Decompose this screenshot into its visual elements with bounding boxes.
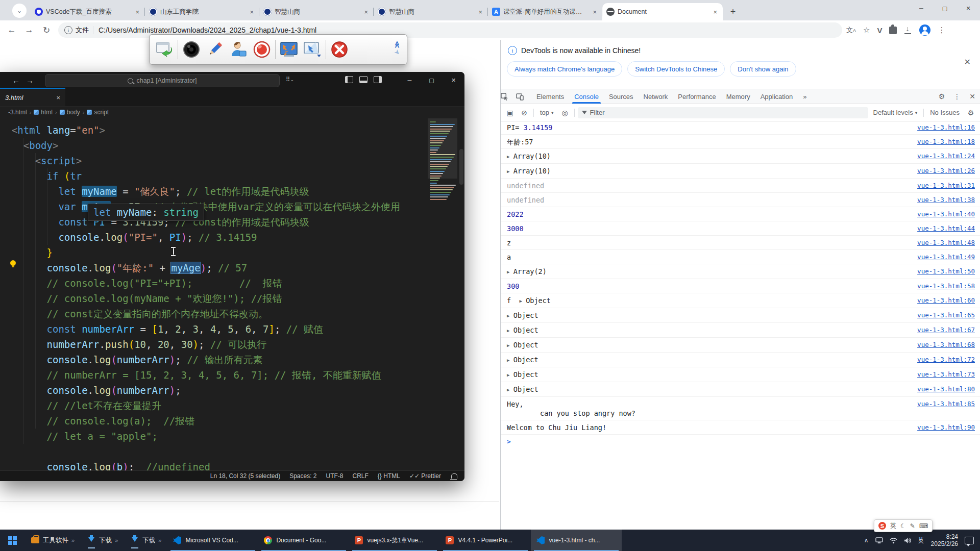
taskbar-app-button[interactable]: PV4.4.1 - PowerPoi... <box>440 530 531 551</box>
extensions-puzzle-icon[interactable] <box>889 27 897 34</box>
code-line[interactable]: // console.log(myName + "欢迎您!"); //报错 <box>0 291 400 306</box>
capture-window-icon[interactable] <box>153 38 176 61</box>
console-row[interactable]: ▶ Array(2)vue-1-3.html:50 <box>501 264 980 279</box>
display-tray-icon[interactable] <box>875 537 883 544</box>
tab-close-icon[interactable]: × <box>477 8 484 16</box>
taskbar-app-button[interactable]: vue-1-3.html - ch... <box>531 530 622 551</box>
tab-close-icon[interactable]: × <box>248 8 255 16</box>
back-button[interactable]: ← <box>3 25 20 35</box>
toggle-secondary-sidebar-icon[interactable] <box>374 76 382 83</box>
console-source-link[interactable]: vue-1-3.html:40 <box>917 210 975 219</box>
editor-tab[interactable]: 3.html × <box>0 88 65 106</box>
console-source-link[interactable]: vue-1-3.html:18 <box>917 137 975 146</box>
browser-tab[interactable]: 智慧山商× <box>259 3 374 20</box>
console-source-link[interactable]: vue-1-3.html:68 <box>917 340 975 349</box>
network-tray-icon[interactable] <box>890 537 897 544</box>
console-filter-input[interactable]: Filter <box>578 107 868 118</box>
chrome-menu-icon[interactable]: ⋮ <box>938 26 945 35</box>
toolbar-overflow-icon[interactable]: » <box>115 537 118 543</box>
taskbar-app-button[interactable]: Microsoft VS Cod... <box>167 530 258 551</box>
console-row[interactable]: ▶ Array(10)vue-1-3.html:26 <box>501 164 980 179</box>
status-item[interactable]: UTF-8 <box>326 472 344 480</box>
minimize-button[interactable]: ─ <box>910 0 933 16</box>
webcam-person-icon[interactable] <box>227 38 250 61</box>
code-line[interactable]: numberArr.push(10, 20, 30); // 可以执行 <box>0 337 400 352</box>
notifications-bell-icon[interactable] <box>451 473 457 479</box>
code-line[interactable]: // //let不存在变量提升 <box>0 398 400 413</box>
code-line[interactable]: // numberArr = [15, 2, 3, 4, 5, 6, 7]; /… <box>0 367 400 383</box>
tab-close-icon[interactable]: × <box>134 8 141 16</box>
status-item[interactable]: ✓✓ Prettier <box>409 472 441 480</box>
breadcrumb-item[interactable]: body <box>60 109 80 116</box>
code-line[interactable]: <body> <box>0 138 400 153</box>
tab-search-button[interactable]: ⌄ <box>12 4 27 18</box>
devtools-tab-performance[interactable]: Performance <box>673 89 721 104</box>
toggle-sidebar-icon[interactable] <box>345 76 353 83</box>
reload-button[interactable]: ↻ <box>38 25 55 36</box>
devtools-tab-elements[interactable]: Elements <box>531 89 569 104</box>
browser-tab[interactable]: 山东工商学院× <box>145 3 259 20</box>
editor-scrollbar[interactable] <box>459 149 463 185</box>
console-prompt[interactable]: > <box>501 435 980 445</box>
vscode-close-button[interactable]: ✕ <box>443 72 464 88</box>
vscode-forward-icon[interactable]: → <box>23 76 37 85</box>
console-source-link[interactable]: vue-1-3.html:90 <box>917 423 975 432</box>
code-line[interactable] <box>0 444 400 459</box>
console-row[interactable]: undefinedvue-1-3.html:31 <box>501 179 980 193</box>
devtools-tab-network[interactable]: Network <box>639 89 673 104</box>
console-row[interactable]: ▶ Objectvue-1-3.html:65 <box>501 308 980 323</box>
console-row[interactable]: 年龄:57vue-1-3.html:18 <box>501 135 980 149</box>
console-sidebar-icon[interactable]: ▣ <box>504 109 516 117</box>
console-source-link[interactable]: vue-1-3.html:67 <box>917 325 975 335</box>
devtools-tab-sources[interactable]: Sources <box>604 89 639 104</box>
console-row[interactable]: undefinedvue-1-3.html:38 <box>501 193 980 207</box>
translate-icon[interactable]: 文A <box>846 26 856 35</box>
console-row[interactable]: PI= 3.14159vue-1-3.html:16 <box>501 120 980 135</box>
issues-counter[interactable]: No Issues <box>927 109 963 116</box>
new-tab-button[interactable]: ＋ <box>726 4 740 18</box>
console-source-link[interactable]: vue-1-3.html:73 <box>917 370 975 379</box>
region-icon[interactable] <box>301 38 324 61</box>
page-info-icon[interactable]: i <box>64 26 72 34</box>
code-line[interactable]: console.log(b); //undefined <box>0 459 400 470</box>
code-line[interactable]: <html lang="en"> <box>0 122 400 138</box>
tab-close-icon[interactable]: × <box>712 8 719 16</box>
clear-console-icon[interactable]: ⊘ <box>518 109 530 117</box>
devtools-tab-application[interactable]: Application <box>755 89 798 104</box>
console-source-link[interactable]: vue-1-3.html:49 <box>917 253 975 262</box>
keyboard-icon[interactable]: ⌨ <box>919 522 928 530</box>
console-row[interactable]: ▶ Objectvue-1-3.html:67 <box>501 323 980 338</box>
status-item[interactable]: Spaces: 2 <box>289 472 316 480</box>
code-line[interactable]: const numberArr = [1, 2, 3, 4, 5, 6, 7];… <box>0 321 400 337</box>
drag-arrow-icon[interactable]: ➤ <box>393 47 402 57</box>
code-line[interactable]: // console.log(a); //报错 <box>0 413 400 429</box>
console-source-link[interactable]: vue-1-3.html:38 <box>917 195 975 205</box>
code-line[interactable]: console.log(numberArr); // 输出所有元素 <box>0 352 400 367</box>
downloads-icon[interactable] <box>904 26 912 34</box>
stop-close-icon[interactable] <box>328 38 351 61</box>
maximize-button[interactable]: ▢ <box>933 0 957 16</box>
console-row[interactable]: ▶ Objectvue-1-3.html:68 <box>501 338 980 353</box>
moon-icon[interactable]: ☾ <box>900 522 906 530</box>
devtools-settings-icon[interactable]: ⚙ <box>934 92 949 101</box>
taskbar-toolbar-download[interactable]: 下载» <box>81 530 124 551</box>
toolbar-overflow-icon[interactable]: » <box>158 537 161 543</box>
bookmark-star-icon[interactable]: ☆ <box>863 26 870 35</box>
browser-tab[interactable]: A课堂派-简单好用的互动课堂管× <box>488 3 602 20</box>
banner-button[interactable]: Switch DevTools to Chinese <box>627 61 725 77</box>
vscode-maximize-button[interactable]: ▢ <box>421 72 443 88</box>
status-item[interactable]: {} HTML <box>378 472 400 480</box>
close-button[interactable]: ✕ <box>957 0 980 16</box>
console-row[interactable]: 3000vue-1-3.html:44 <box>501 221 980 236</box>
vscode-command-center[interactable]: chap1 [Administrator] <box>45 74 280 87</box>
code-line[interactable]: let myName = "储久良"; // let的作用域是代码块级 <box>0 184 400 199</box>
devtools-tab-memory[interactable]: Memory <box>721 89 755 104</box>
breadcrumb-item[interactable]: html <box>34 109 53 116</box>
console-source-link[interactable]: vue-1-3.html:80 <box>917 385 975 394</box>
console-row[interactable]: ▶ Array(10)vue-1-3.html:24 <box>501 149 980 164</box>
taskbar-toolbar-download[interactable]: 下载» <box>124 530 167 551</box>
console-settings-icon[interactable]: ⚙ <box>965 109 977 117</box>
more-tabs-chevron[interactable]: » <box>798 89 812 104</box>
ime-indicator[interactable]: 英 <box>918 536 924 545</box>
lens-icon[interactable] <box>180 38 203 61</box>
